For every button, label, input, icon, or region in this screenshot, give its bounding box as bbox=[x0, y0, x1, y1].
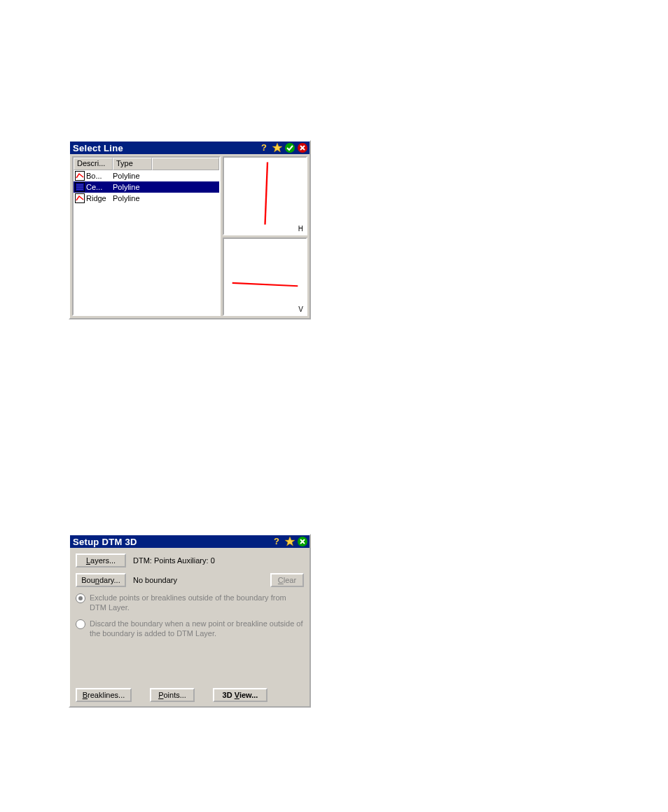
select-line-dialog: Select Line ? Descri... bbox=[69, 140, 311, 319]
option-exclude-label: Exclude points or breaklines outside of … bbox=[90, 593, 304, 613]
svg-marker-1 bbox=[272, 143, 282, 152]
select-line-title: Select Line bbox=[73, 143, 123, 153]
column-blank[interactable] bbox=[152, 158, 219, 170]
setup-dtm-title: Setup DTM 3D bbox=[73, 537, 137, 547]
favorite-icon[interactable] bbox=[272, 142, 283, 153]
line-style-icon bbox=[75, 182, 85, 192]
titlebar-icons: ? bbox=[272, 536, 308, 547]
3d-view-button[interactable]: 3D View... bbox=[213, 688, 267, 702]
preview-horizontal: H bbox=[223, 156, 307, 235]
line-style-icon bbox=[75, 193, 85, 203]
boundary-button[interactable]: Boundary... bbox=[76, 573, 126, 587]
row-type: Polyline bbox=[113, 194, 155, 202]
breaklines-button[interactable]: Breaklines... bbox=[76, 688, 132, 702]
svg-rect-6 bbox=[76, 194, 85, 203]
svg-marker-8 bbox=[285, 537, 295, 546]
radio-icon bbox=[76, 593, 85, 603]
preview-horizontal-label: H bbox=[298, 225, 303, 233]
list-item[interactable]: Ce... Polyline bbox=[74, 181, 219, 193]
svg-rect-4 bbox=[76, 172, 85, 181]
option-exclude[interactable]: Exclude points or breaklines outside of … bbox=[76, 593, 304, 613]
help-icon[interactable]: ? bbox=[259, 142, 270, 153]
svg-text:?: ? bbox=[274, 536, 279, 546]
layers-button[interactable]: Layers... bbox=[76, 553, 126, 567]
preview-column: H V bbox=[223, 156, 307, 316]
points-button[interactable]: Points... bbox=[150, 688, 195, 702]
line-list-header: Descri... Type bbox=[74, 158, 219, 170]
radio-icon bbox=[76, 619, 85, 629]
row-desc: Bo... bbox=[86, 172, 113, 180]
close-icon[interactable] bbox=[297, 536, 308, 547]
row-desc: Ridge bbox=[86, 194, 113, 202]
layers-status: DTM: Points Auxiliary: 0 bbox=[133, 556, 304, 565]
column-type[interactable]: Type bbox=[113, 158, 152, 170]
row-type: Polyline bbox=[113, 172, 155, 180]
cancel-icon[interactable] bbox=[297, 142, 308, 153]
ok-icon[interactable] bbox=[284, 142, 295, 153]
select-line-titlebar[interactable]: Select Line ? bbox=[70, 142, 309, 154]
column-description[interactable]: Descri... bbox=[74, 158, 113, 170]
clear-button[interactable]: Clear bbox=[270, 573, 304, 587]
list-item[interactable]: Ridge Polyline bbox=[74, 193, 219, 204]
line-list[interactable]: Descri... Type Bo... Polyline bbox=[72, 156, 221, 316]
preview-vertical: V bbox=[223, 238, 307, 317]
row-type: Polyline bbox=[113, 183, 155, 191]
setup-dtm-dialog: Setup DTM 3D ? Layers... DTM: Points Aux… bbox=[69, 534, 311, 708]
setup-dtm-titlebar[interactable]: Setup DTM 3D ? bbox=[70, 535, 309, 548]
option-discard-label: Discard the boundary when a new point or… bbox=[90, 619, 304, 639]
help-icon[interactable]: ? bbox=[272, 536, 283, 547]
svg-text:?: ? bbox=[261, 142, 267, 153]
list-item[interactable]: Bo... Polyline bbox=[74, 170, 219, 181]
boundary-status: No boundary bbox=[133, 576, 263, 584]
titlebar-icons: ? bbox=[259, 142, 308, 153]
svg-point-2 bbox=[285, 143, 295, 153]
preview-vertical-label: V bbox=[298, 305, 303, 313]
line-style-icon bbox=[75, 171, 85, 181]
option-discard[interactable]: Discard the boundary when a new point or… bbox=[76, 619, 304, 639]
line-list-rows: Bo... Polyline Ce... Polyline bbox=[74, 170, 219, 315]
favorite-icon[interactable] bbox=[284, 536, 295, 547]
row-desc: Ce... bbox=[86, 183, 113, 191]
